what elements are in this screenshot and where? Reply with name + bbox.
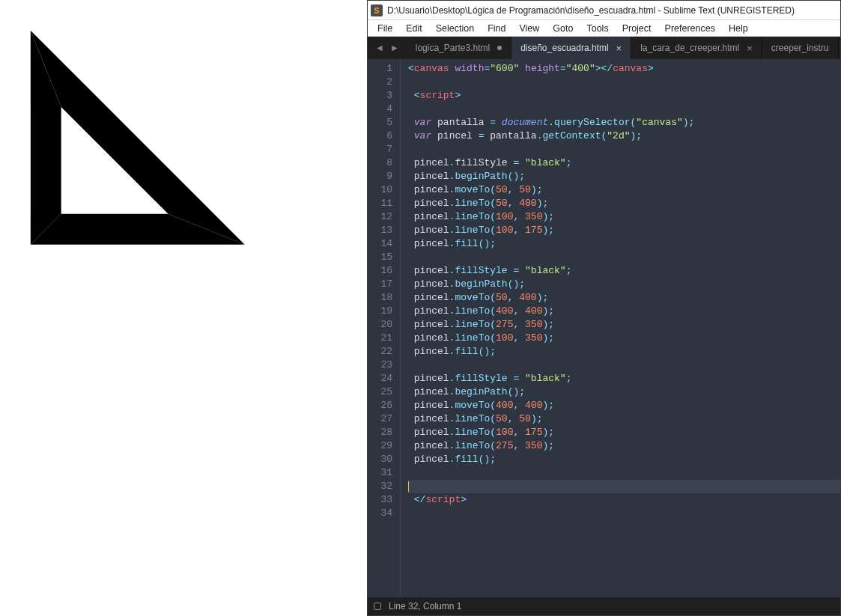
- code-line[interactable]: pincel.beginPath();: [408, 170, 840, 183]
- code-line[interactable]: <script>: [408, 89, 840, 103]
- line-number: 3: [368, 89, 392, 103]
- menu-edit[interactable]: Edit: [399, 22, 429, 35]
- code-line[interactable]: pincel.fill();: [408, 237, 840, 251]
- close-icon[interactable]: ×: [747, 43, 753, 54]
- line-number: 2: [368, 76, 392, 89]
- statusbar-panel-icon[interactable]: [374, 603, 381, 610]
- tab-nav[interactable]: ◄ ►: [368, 37, 407, 59]
- tab-dise-o-escuadra-html[interactable]: diseño_escuadra.html×: [511, 37, 631, 59]
- tab-next-icon[interactable]: ►: [390, 43, 399, 53]
- line-number: 32: [368, 480, 392, 493]
- code-area[interactable]: <canvas width="600" height="400"></canva…: [401, 59, 840, 597]
- line-number: 24: [368, 372, 392, 385]
- code-line[interactable]: pincel.fill();: [408, 345, 840, 359]
- line-number: 30: [368, 453, 392, 466]
- tab-label: logica_Parte3.html: [416, 43, 490, 53]
- window-title: D:\Usuario\Desktop\Lógica de Programació…: [387, 5, 795, 16]
- code-line[interactable]: pincel.fill();: [408, 453, 840, 466]
- code-line[interactable]: var pantalla = document.querySelector("c…: [408, 116, 840, 129]
- line-number: 29: [368, 439, 392, 453]
- triangle-path: [31, 31, 245, 245]
- close-icon[interactable]: ×: [616, 43, 622, 54]
- code-line[interactable]: pincel.lineTo(50, 400);: [408, 197, 840, 210]
- line-number: 18: [368, 291, 392, 305]
- status-text: Line 32, Column 1: [389, 601, 461, 612]
- code-line[interactable]: <canvas width="600" height="400"></canva…: [408, 62, 840, 76]
- line-number: 6: [368, 129, 392, 143]
- line-number: 19: [368, 305, 392, 318]
- tab-prev-icon[interactable]: ◄: [375, 43, 384, 53]
- code-line[interactable]: pincel.beginPath();: [408, 385, 840, 399]
- line-number: 23: [368, 359, 392, 372]
- line-number: 17: [368, 278, 392, 291]
- titlebar[interactable]: S D:\Usuario\Desktop\Lógica de Programac…: [368, 1, 840, 20]
- code-line[interactable]: [408, 507, 840, 520]
- line-number: 28: [368, 426, 392, 439]
- code-line[interactable]: pincel.lineTo(50, 50);: [408, 412, 840, 426]
- line-number: 27: [368, 412, 392, 426]
- code-line[interactable]: pincel.moveTo(50, 400);: [408, 291, 840, 305]
- menu-tools[interactable]: Tools: [580, 22, 615, 35]
- menu-goto[interactable]: Goto: [546, 22, 580, 35]
- line-number: 16: [368, 264, 392, 278]
- code-line[interactable]: pincel.lineTo(275, 350);: [408, 439, 840, 453]
- code-line[interactable]: var pincel = pantalla.getContext("2d");: [408, 129, 840, 143]
- statusbar: Line 32, Column 1: [368, 597, 840, 615]
- code-line[interactable]: pincel.lineTo(100, 175);: [408, 426, 840, 439]
- menu-selection[interactable]: Selection: [429, 22, 481, 35]
- code-line[interactable]: pincel.lineTo(100, 175);: [408, 224, 840, 237]
- menubar: FileEditSelectionFindViewGotoToolsProjec…: [368, 20, 840, 37]
- code-line[interactable]: pincel.lineTo(100, 350);: [408, 332, 840, 345]
- line-number: 13: [368, 224, 392, 237]
- code-line[interactable]: pincel.fillStyle = "black";: [408, 372, 840, 385]
- code-line[interactable]: [408, 359, 840, 372]
- code-line[interactable]: [408, 466, 840, 480]
- sublime-icon: S: [371, 4, 383, 16]
- code-line[interactable]: pincel.lineTo(275, 350);: [408, 318, 840, 332]
- line-number: 1: [368, 62, 392, 76]
- code-line[interactable]: pincel.lineTo(100, 350);: [408, 210, 840, 224]
- menu-find[interactable]: Find: [481, 22, 512, 35]
- dirty-dot-icon: [497, 46, 502, 50]
- code-line[interactable]: [408, 103, 840, 116]
- editor-body[interactable]: 1234567891011121314151617181920212223242…: [368, 59, 840, 597]
- code-line[interactable]: [408, 480, 840, 493]
- line-number: 11: [368, 197, 392, 210]
- code-line[interactable]: pincel.fillStyle = "black";: [408, 264, 840, 278]
- code-line[interactable]: [408, 143, 840, 156]
- line-number: 31: [368, 466, 392, 480]
- line-number: 12: [368, 210, 392, 224]
- code-line[interactable]: pincel.lineTo(400, 400);: [408, 305, 840, 318]
- tab-la-cara-de-creeper-html[interactable]: la_cara_de_creeper.html×: [631, 37, 762, 59]
- menu-project[interactable]: Project: [616, 22, 658, 35]
- line-number: 15: [368, 251, 392, 264]
- line-number: 14: [368, 237, 392, 251]
- menu-file[interactable]: File: [371, 22, 399, 35]
- menu-preferences[interactable]: Preferences: [658, 22, 722, 35]
- code-line[interactable]: </script>: [408, 493, 840, 507]
- line-number: 20: [368, 318, 392, 332]
- tab-label: creeper_instru: [771, 43, 829, 53]
- code-line[interactable]: pincel.moveTo(50, 50);: [408, 183, 840, 197]
- line-number: 21: [368, 332, 392, 345]
- tab-logica-parte3-html[interactable]: logica_Parte3.html: [407, 37, 511, 59]
- line-number: 34: [368, 507, 392, 520]
- menu-help[interactable]: Help: [722, 22, 755, 35]
- line-number: 25: [368, 385, 392, 399]
- sublime-window: S D:\Usuario\Desktop\Lógica de Programac…: [367, 0, 841, 616]
- line-number: 4: [368, 103, 392, 116]
- line-number: 33: [368, 493, 392, 507]
- canvas-output: [0, 0, 367, 314]
- code-line[interactable]: pincel.fillStyle = "black";: [408, 156, 840, 170]
- tab-creeper-instru[interactable]: creeper_instru: [762, 37, 839, 59]
- line-number: 9: [368, 170, 392, 183]
- menu-view[interactable]: View: [512, 22, 546, 35]
- code-line[interactable]: pincel.moveTo(400, 400);: [408, 399, 840, 412]
- tab-label: diseño_escuadra.html: [520, 43, 608, 53]
- tabbar: ◄ ► logica_Parte3.htmldiseño_escuadra.ht…: [368, 37, 840, 59]
- code-line[interactable]: [408, 251, 840, 264]
- code-line[interactable]: [408, 76, 840, 89]
- code-line[interactable]: pincel.beginPath();: [408, 278, 840, 291]
- browser-preview: [0, 0, 367, 616]
- line-number: 7: [368, 143, 392, 156]
